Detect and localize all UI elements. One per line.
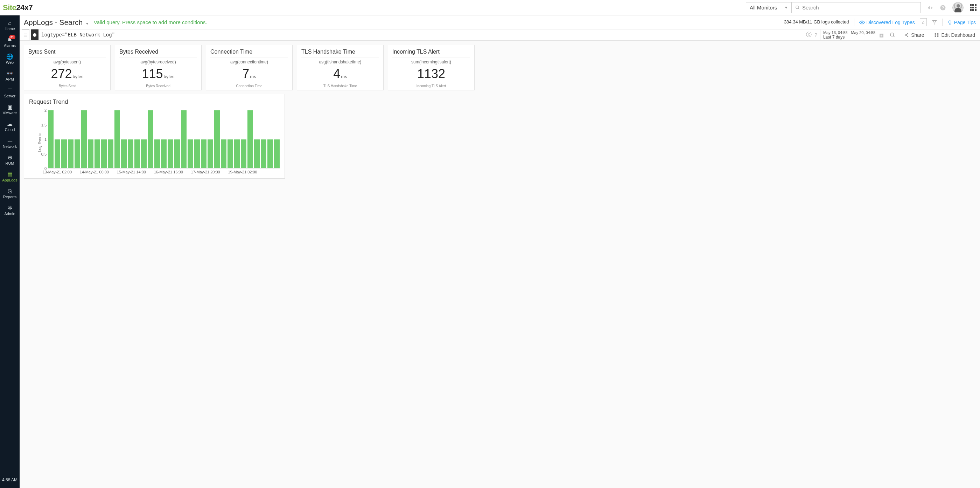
global-search[interactable] <box>791 2 921 13</box>
reports-icon: ⎘ <box>8 188 11 194</box>
svg-line-13 <box>906 34 908 35</box>
chart-xtick: 16-May-21 16:00 <box>154 170 183 174</box>
card-subtitle: avg(bytessent) <box>29 59 106 64</box>
chart-ytick: 0.5 <box>41 152 46 156</box>
chart-bar <box>55 139 60 169</box>
stat-card: Bytes Sentavg(bytessent)272bytesBytes Se… <box>24 45 111 90</box>
query-help-icon[interactable]: ? <box>814 29 820 40</box>
sidebar-item-server[interactable]: ≣Server <box>2 85 17 102</box>
run-search-button[interactable] <box>886 29 899 40</box>
sidebar-item-cloud[interactable]: ☁Cloud <box>2 118 17 135</box>
discovered-log-types-link[interactable]: Discovered Log Types <box>859 20 915 25</box>
chart-bar <box>221 139 226 169</box>
query-bar: logtype="ELB Network Log" ⓧ ? May 13, 04… <box>20 29 980 41</box>
card-subtitle: avg(connectiontime) <box>210 59 288 64</box>
date-range-picker[interactable]: May 13, 04:58 - May 20, 04:58 Last 7 day… <box>820 29 886 40</box>
share-icon <box>904 33 909 37</box>
chart-bar <box>108 139 113 169</box>
chart-plot <box>48 110 280 169</box>
apps-grid-icon[interactable] <box>970 4 977 11</box>
edit-dashboard-button[interactable]: Edit Dashboard <box>929 29 980 40</box>
sidebar-item-applogs[interactable]: ▤AppLogs <box>2 169 17 186</box>
stat-card: TLS Handshake Timeavg(tlshandshaketime)4… <box>297 45 383 90</box>
card-title: Incoming TLS Alert <box>392 49 470 57</box>
sidebar-item-admin[interactable]: ✲Admin <box>2 203 17 219</box>
list-view-toggle[interactable] <box>22 29 29 40</box>
cloud-icon: ☁ <box>7 121 13 127</box>
monitor-selector[interactable]: All Monitors ▼ <box>746 2 791 13</box>
main-panel: AppLogs - Search ▼ Valid query. Press sp… <box>20 15 980 488</box>
chart-bar <box>88 139 94 169</box>
sidebar-item-home[interactable]: ⌂Home <box>2 18 17 34</box>
chart-bar <box>194 139 200 169</box>
card-value: 4 <box>333 67 340 81</box>
global-search-input[interactable] <box>802 5 917 11</box>
svg-rect-18 <box>937 35 939 37</box>
svg-rect-17 <box>935 35 936 37</box>
chart-bar <box>141 139 146 169</box>
sidebar-item-label: Admin <box>4 212 15 216</box>
chart-xtick: 19-May-21 02:00 <box>228 170 257 174</box>
page-header: AppLogs - Search ▼ Valid query. Press sp… <box>20 15 980 29</box>
help-icon[interactable]: ? <box>940 5 946 11</box>
chart-view-toggle[interactable] <box>31 29 38 40</box>
card-footer: Incoming TLS Alert <box>392 84 470 88</box>
sidebar-item-network[interactable]: ෴Network <box>2 135 17 152</box>
announcement-icon[interactable] <box>927 5 934 11</box>
card-value: 272 <box>51 67 72 81</box>
sidebar-item-reports[interactable]: ⎘Reports <box>2 186 17 203</box>
vmware-icon: ▣ <box>7 104 13 110</box>
chart-bar <box>75 139 80 169</box>
query-input[interactable]: logtype="ELB Network Log" <box>38 29 804 40</box>
chart-bar <box>48 110 54 168</box>
chart-bar <box>115 110 120 168</box>
card-unit: ms <box>341 74 347 79</box>
card-title: Bytes Received <box>119 49 197 57</box>
share-button[interactable]: Share <box>899 29 929 40</box>
chart-bar <box>61 139 67 169</box>
chart-bar <box>201 139 207 169</box>
sidebar-item-apm[interactable]: 👓APM <box>2 68 17 85</box>
stat-card: Connection Timeavg(connectiontime)7msCon… <box>206 45 293 90</box>
chart-bar <box>94 139 100 169</box>
clear-query-icon[interactable]: ⓧ <box>804 29 814 40</box>
chart-bar <box>81 110 87 168</box>
chart-ytick: 2 <box>45 108 46 112</box>
brand-dark: 24x7 <box>16 3 33 12</box>
svg-line-9 <box>893 36 894 37</box>
user-avatar[interactable] <box>952 2 964 13</box>
sidebar-item-rum[interactable]: ⊕RUM <box>2 152 17 169</box>
network-icon: ෴ <box>7 138 13 144</box>
sidebar-item-web[interactable]: 🌐Web <box>2 51 17 68</box>
chart-bar <box>214 110 220 168</box>
chart-bar <box>68 139 73 169</box>
alarms-badge: 31 <box>9 35 15 39</box>
svg-rect-15 <box>935 33 936 34</box>
logs-collected-label: 384.34 MB/11 GB logs collected <box>784 19 849 25</box>
dashboard-icon <box>934 33 939 37</box>
svg-line-14 <box>906 35 908 36</box>
card-unit: bytes <box>73 74 84 79</box>
chevron-down-icon[interactable]: ▼ <box>85 22 89 26</box>
stat-cards-row: Bytes Sentavg(bytessent)272bytesBytes Se… <box>24 45 976 90</box>
chart-bar <box>161 139 167 169</box>
chart-area: Log Events 00.511.52 13-May-21 02:0014-M… <box>39 109 281 175</box>
topbar: Site24x7 All Monitors ▼ ? <box>0 0 980 15</box>
home-dashboard-icon[interactable]: ⌂ <box>920 18 927 26</box>
chart-ytick: 1 <box>45 137 46 142</box>
chart-bar <box>208 139 213 169</box>
svg-point-11 <box>907 33 908 34</box>
sidebar-item-vmware[interactable]: ▣VMware <box>2 102 17 118</box>
date-range-line1: May 13, 04:58 - May 20, 04:58 <box>823 30 875 35</box>
sidebar-item-label: AppLogs <box>2 178 17 182</box>
chart-xtick: 15-May-21 14:00 <box>117 170 146 174</box>
chart-ytick: 1.5 <box>41 123 46 127</box>
filter-funnel-icon[interactable] <box>932 20 937 25</box>
chart-xtick: 13-May-21 02:00 <box>43 170 72 174</box>
sidebar-item-label: Reports <box>3 195 17 199</box>
chart-bar <box>154 139 160 169</box>
page-tips-link[interactable]: Page Tips <box>947 20 976 25</box>
svg-rect-16 <box>937 33 939 34</box>
sidebar-item-alarms[interactable]: Alarms31 <box>2 34 17 51</box>
card-value: 115 <box>142 67 163 81</box>
